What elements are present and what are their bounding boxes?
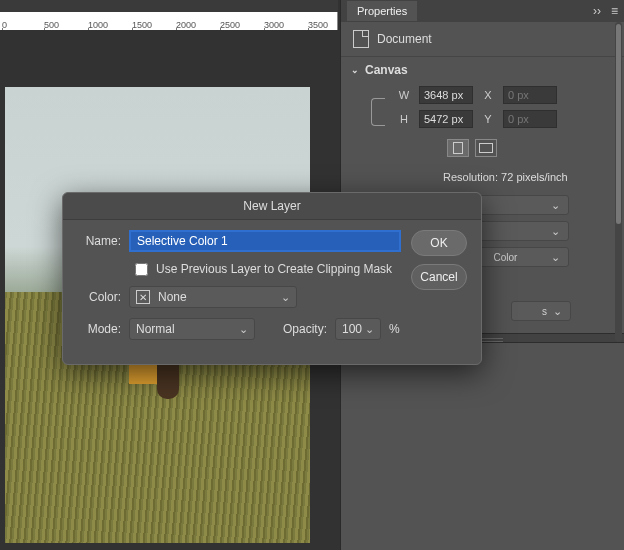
ruler-tick: 3500	[308, 20, 328, 30]
document-row: Document	[341, 22, 624, 57]
landscape-button[interactable]	[475, 139, 497, 157]
ruler-tick: 2500	[220, 20, 240, 30]
cancel-button[interactable]: Cancel	[411, 264, 467, 290]
portrait-button[interactable]	[447, 139, 469, 157]
color-dropdown-label: Color	[494, 252, 518, 263]
x-label: X	[481, 89, 495, 101]
new-layer-dialog: New Layer OK Cancel Name: Use Previous L…	[62, 192, 482, 365]
panel-header: Properties ›› ≡	[341, 0, 624, 22]
width-input[interactable]	[419, 86, 473, 104]
ruler-tick: 1500	[132, 20, 152, 30]
canvas-section-label: Canvas	[365, 63, 408, 77]
ok-button[interactable]: OK	[411, 230, 467, 256]
color-label: Color:	[77, 290, 121, 304]
color-select[interactable]: ✕ None	[129, 286, 297, 308]
ruler-tick: 500	[44, 20, 59, 30]
ruler-tick: 2000	[176, 20, 196, 30]
document-label: Document	[377, 32, 432, 46]
dialog-title: New Layer	[63, 193, 481, 220]
y-label: Y	[481, 113, 495, 125]
orientation-group	[341, 131, 624, 165]
mode-label: Mode:	[77, 322, 121, 336]
document-icon	[353, 30, 369, 48]
panel-scrollbar[interactable]	[615, 22, 622, 342]
y-input[interactable]	[503, 110, 557, 128]
chevron-down-icon: ⌄	[351, 65, 359, 75]
none-swatch-icon: ✕	[136, 290, 150, 304]
collapse-icon[interactable]: ››	[593, 4, 601, 18]
opacity-unit: %	[389, 322, 400, 336]
name-label: Name:	[77, 234, 121, 248]
panel-menu-icon[interactable]: ≡	[611, 4, 618, 18]
link-dimensions-icon[interactable]	[371, 98, 385, 126]
x-input[interactable]	[503, 86, 557, 104]
opacity-value: 100	[342, 322, 362, 336]
clipping-mask-label: Use Previous Layer to Create Clipping Ma…	[156, 262, 392, 276]
tab-bar	[0, 0, 338, 12]
height-label: H	[397, 113, 411, 125]
width-label: W	[397, 89, 411, 101]
canvas-section-header[interactable]: ⌄ Canvas	[341, 57, 624, 83]
layer-name-input[interactable]	[129, 230, 401, 252]
height-input[interactable]	[419, 110, 473, 128]
short-dropdown[interactable]: s	[511, 301, 571, 321]
opacity-select[interactable]: 100	[335, 318, 381, 340]
ruler-tick: 1000	[88, 20, 108, 30]
ruler-tick: 3000	[264, 20, 284, 30]
mode-value: Normal	[136, 322, 175, 336]
resolution-readout: Resolution: 72 pixels/inch	[341, 165, 624, 189]
mode-select[interactable]: Normal	[129, 318, 255, 340]
properties-tab[interactable]: Properties	[347, 1, 417, 21]
color-value: None	[158, 290, 187, 304]
scrollbar-thumb[interactable]	[616, 24, 621, 224]
clipping-mask-checkbox[interactable]	[135, 263, 148, 276]
opacity-label: Opacity:	[283, 322, 327, 336]
ruler-tick: 0	[2, 20, 7, 30]
horizontal-ruler: 0 500 1000 1500 2000 2500 3000 3500	[0, 12, 338, 30]
